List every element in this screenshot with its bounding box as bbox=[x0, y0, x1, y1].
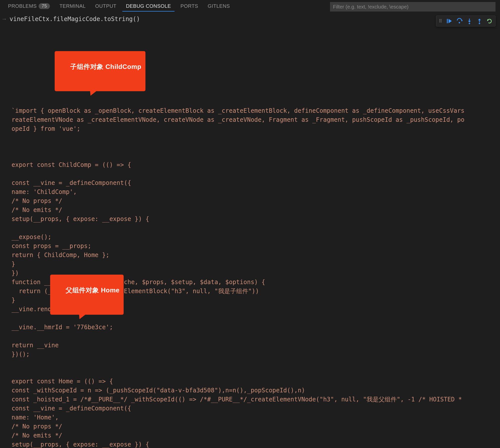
code-line: const _withScopeId = n => (_pushScopeId(… bbox=[12, 386, 500, 395]
tab-terminal[interactable]: TERMINAL bbox=[56, 2, 89, 12]
code-line: opeId } from 'vue'; bbox=[12, 124, 500, 133]
debug-toolbar: ⠿ bbox=[436, 16, 495, 27]
code-line: })(); bbox=[12, 350, 500, 359]
tab-ports[interactable]: PORTS bbox=[177, 2, 202, 12]
filter-container bbox=[330, 2, 495, 12]
svg-rect-0 bbox=[447, 19, 448, 23]
svg-marker-2 bbox=[462, 20, 463, 22]
tab-gitlens-label: GITLENS bbox=[208, 3, 230, 9]
svg-point-9 bbox=[479, 23, 480, 24]
code-line: const __vine = _defineComponent({ bbox=[12, 178, 500, 187]
tab-debug-console-label: DEBUG CONSOLE bbox=[126, 3, 171, 9]
continue-icon bbox=[446, 18, 453, 24]
code-line: const props = __props; bbox=[12, 242, 500, 251]
code-line: return __vine bbox=[12, 341, 500, 350]
code-line: name: 'ChildComp', bbox=[12, 187, 500, 196]
annotation-tail-icon bbox=[88, 90, 98, 96]
code-line: __vine.__hmrId = '776be3ce'; bbox=[12, 323, 500, 332]
console-output[interactable]: 子组件对象 ChildComp 父组件对象 Home `import { ope… bbox=[0, 24, 500, 448]
code-line: reateElementVNode as _createElementVNode… bbox=[12, 115, 500, 124]
code-line bbox=[12, 142, 500, 151]
tab-output[interactable]: OUTPUT bbox=[92, 2, 120, 12]
code-line bbox=[12, 151, 500, 160]
code-line: const __vine = _defineComponent({ bbox=[12, 404, 500, 413]
repl-expression[interactable]: vineFileCtx.fileMagicCode.toString() bbox=[10, 16, 140, 23]
code-line: __expose(); bbox=[12, 233, 500, 242]
step-out-button[interactable] bbox=[475, 17, 484, 25]
annotation-home: 父组件对象 Home bbox=[50, 275, 124, 315]
step-over-icon bbox=[456, 18, 463, 24]
tab-gitlens[interactable]: GITLENS bbox=[204, 2, 233, 12]
restart-button[interactable] bbox=[485, 17, 494, 25]
svg-marker-8 bbox=[478, 19, 481, 20]
step-into-icon bbox=[466, 18, 473, 24]
tab-terminal-label: TERMINAL bbox=[59, 3, 86, 9]
svg-marker-5 bbox=[468, 21, 471, 23]
tab-problems-label: PROBLEMS bbox=[8, 3, 37, 9]
debug-console-panel: PROBLEMS 75 TERMINAL OUTPUT DEBUG CONSOL… bbox=[0, 0, 500, 448]
tab-ports-label: PORTS bbox=[181, 3, 198, 9]
svg-marker-1 bbox=[449, 19, 452, 23]
code-line bbox=[12, 332, 500, 341]
problems-count-badge: 75 bbox=[39, 3, 50, 9]
code-line: setup(__props, { expose: __expose }) { bbox=[12, 214, 500, 223]
step-out-icon bbox=[476, 18, 483, 24]
code-line: const _hoisted_1 = /*#__PURE__*/ _withSc… bbox=[12, 395, 500, 404]
annotation-home-text: 父组件对象 Home bbox=[66, 286, 119, 294]
repl-arrow-icon: → bbox=[2, 16, 7, 22]
annotation-childcomp-text: 子组件对象 ChildComp bbox=[70, 63, 141, 70]
repl-input-row: → vineFileCtx.fileMagicCode.toString() bbox=[0, 14, 500, 24]
drag-handle-icon[interactable]: ⠿ bbox=[438, 18, 444, 24]
code-line: /* No emits */ bbox=[12, 205, 500, 214]
tab-problems[interactable]: PROBLEMS 75 bbox=[5, 2, 53, 12]
code-line: `import { openBlock as _openBlock, creat… bbox=[12, 106, 500, 115]
code-line: } bbox=[12, 260, 500, 269]
code-line: /* No props */ bbox=[12, 422, 500, 431]
code-line bbox=[12, 133, 500, 142]
filter-input[interactable] bbox=[330, 2, 495, 12]
code-line bbox=[12, 169, 500, 178]
tab-debug-console[interactable]: DEBUG CONSOLE bbox=[122, 2, 175, 12]
code-line: name: 'Home', bbox=[12, 413, 500, 422]
code-line: export const ChildComp = (() => { bbox=[12, 160, 500, 169]
code-line bbox=[12, 368, 500, 377]
code-line: export const Home = (() => { bbox=[12, 377, 500, 386]
step-over-button[interactable] bbox=[455, 17, 464, 25]
svg-point-6 bbox=[469, 23, 470, 24]
code-line: /* No props */ bbox=[12, 196, 500, 205]
svg-point-3 bbox=[459, 22, 460, 23]
code-line: setup(__props, { expose: __expose }) { bbox=[12, 440, 500, 448]
code-line: /* No emits */ bbox=[12, 431, 500, 440]
code-line: return { ChildComp, Home }; bbox=[12, 251, 500, 260]
code-line bbox=[12, 359, 500, 368]
annotation-childcomp: 子组件对象 ChildComp bbox=[55, 51, 145, 91]
continue-button[interactable] bbox=[445, 17, 454, 25]
step-into-button[interactable] bbox=[465, 17, 474, 25]
restart-icon bbox=[486, 18, 493, 24]
code-line bbox=[12, 223, 500, 233]
tab-output-label: OUTPUT bbox=[95, 3, 117, 9]
